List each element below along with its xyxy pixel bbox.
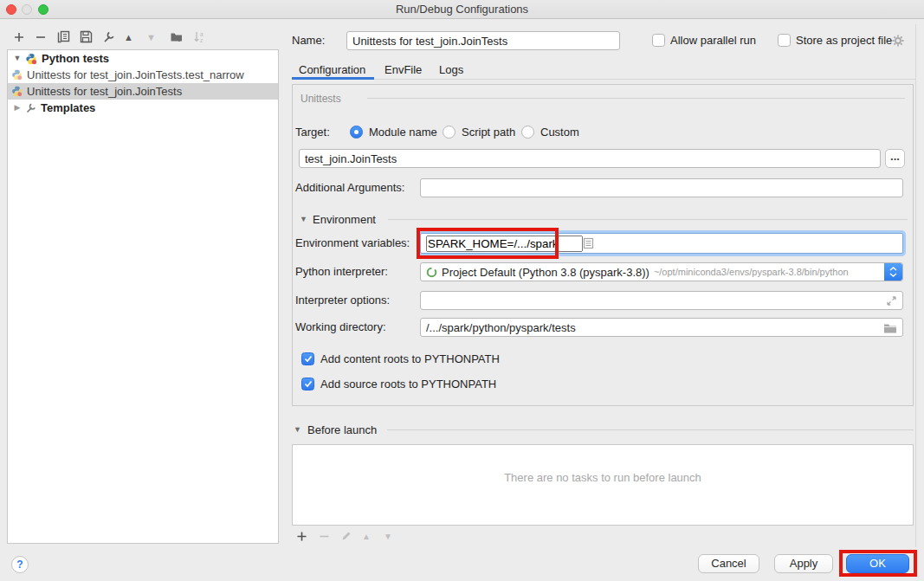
target-custom-label[interactable]: Custom [540, 123, 579, 142]
tree-item-unittests-test-narrow[interactable]: Unittests for test_join.JoinTests.test_n… [8, 67, 278, 83]
target-field[interactable] [299, 149, 881, 168]
active-tab-underline [292, 77, 374, 80]
tabs-separator [292, 79, 915, 80]
tab-logs[interactable]: Logs [439, 61, 463, 80]
environment-variables-input[interactable] [426, 236, 583, 252]
conda-env-icon [426, 267, 437, 278]
before-launch-empty-message: There are no tasks to run before launch [293, 471, 913, 484]
tree-item-unittests-jointests-selected[interactable]: Unittests for test_join.JoinTests [8, 83, 278, 100]
tree-item-templates[interactable]: ▶ Templates [8, 100, 278, 116]
remove-task-icon[interactable] [319, 531, 330, 542]
python-test-icon [11, 69, 23, 81]
environment-section-label: Environment [313, 213, 376, 227]
save-configuration-icon[interactable] [80, 30, 93, 43]
tree-item-label: Unittests for test_join.JoinTests [27, 83, 182, 100]
apply-button[interactable]: Apply [774, 554, 833, 573]
target-module-name-label[interactable]: Module name [369, 123, 437, 142]
add-content-roots-label[interactable]: Add content roots to PYTHONPATH [320, 350, 500, 369]
tab-envfile[interactable]: EnvFile [384, 61, 422, 80]
additional-arguments-label: Additional Arguments: [295, 178, 404, 197]
add-content-roots-checkbox[interactable] [301, 352, 314, 365]
unittests-title-line [367, 98, 905, 99]
move-up-icon[interactable]: ▲ [124, 32, 133, 42]
svg-text:a: a [200, 31, 204, 37]
additional-arguments-field[interactable] [420, 178, 903, 197]
environment-variables-field[interactable] [420, 233, 903, 254]
before-launch-section-label: Before launch [307, 423, 377, 437]
remove-configuration-icon[interactable] [35, 31, 47, 43]
window-title: Run/Debug Configurations [0, 3, 924, 16]
working-directory-label: Working directory: [295, 318, 386, 337]
copy-configuration-icon[interactable] [57, 30, 70, 43]
python-interpreter-value: Project Default (Python 3.8 (pyspark-3.8… [442, 266, 649, 279]
target-script-path-radio[interactable] [443, 126, 456, 139]
chevron-up-down-icon[interactable] [884, 263, 902, 281]
move-task-down-icon[interactable]: ▼ [384, 532, 392, 541]
add-source-roots-checkbox[interactable] [301, 378, 314, 391]
run-debug-configurations-dialog: Run/Debug Configurations ▲ ▼ az ▼ Python… [0, 0, 924, 581]
environment-collapse-icon[interactable]: ▼ [300, 215, 307, 223]
browse-button[interactable]: ... [885, 149, 905, 168]
move-down-icon[interactable]: ▼ [146, 32, 156, 42]
target-custom-radio[interactable] [521, 126, 534, 139]
python-tests-icon [25, 53, 37, 65]
add-source-roots-label[interactable]: Add source roots to PYTHONPATH [320, 375, 496, 394]
python-test-icon [11, 86, 23, 97]
expand-field-icon[interactable] [886, 295, 897, 307]
target-module-name-radio[interactable] [350, 126, 363, 139]
move-task-up-icon[interactable]: ▲ [362, 532, 371, 541]
python-interpreter-select[interactable]: Project Default (Python 3.8 (pyspark-3.8… [420, 262, 903, 281]
edit-task-pencil-icon[interactable] [340, 530, 352, 542]
name-field[interactable] [346, 31, 620, 50]
env-vars-list-icon[interactable] [583, 237, 594, 249]
chevron-right-icon[interactable]: ▶ [13, 100, 22, 116]
content-right-edge [915, 24, 916, 547]
interpreter-options-field[interactable] [420, 291, 903, 310]
titlebar: Run/Debug Configurations [0, 0, 924, 19]
name-label: Name: [292, 31, 325, 50]
cancel-button[interactable]: Cancel [698, 554, 759, 573]
add-task-icon[interactable] [296, 531, 307, 542]
svg-text:z: z [200, 37, 203, 43]
allow-parallel-run-label: Allow parallel run [670, 31, 756, 50]
before-launch-section-line [387, 429, 914, 430]
ok-button[interactable]: OK [846, 554, 909, 573]
configurations-tree: ▼ Python tests Unittests for test_join.J… [7, 49, 279, 544]
store-as-project-file-label: Store as project file [796, 31, 892, 50]
python-interpreter-label: Python interpreter: [295, 262, 388, 281]
tree-item-label: Unittests for test_join.JoinTests.test_n… [27, 67, 244, 83]
target-script-path-label[interactable]: Script path [462, 123, 515, 142]
allow-parallel-run-checkbox[interactable] [652, 34, 665, 47]
before-launch-task-list[interactable]: There are no tasks to run before launch [292, 444, 914, 526]
tree-item-label: Python tests [42, 50, 109, 67]
environment-section-line [388, 219, 908, 220]
folder-icon[interactable] [883, 322, 897, 333]
python-interpreter-path: ~/opt/miniconda3/envs/pyspark-3.8/bin/py… [654, 267, 849, 277]
unittests-group-title: Unittests [300, 93, 341, 105]
target-label: Target: [295, 123, 330, 142]
environment-variables-label: Environment variables: [295, 234, 410, 253]
tree-item-python-tests[interactable]: ▼ Python tests [8, 50, 278, 67]
new-folder-icon[interactable] [170, 30, 184, 43]
add-configuration-icon[interactable] [13, 31, 25, 43]
name-input[interactable] [352, 35, 614, 48]
additional-arguments-input[interactable] [426, 182, 897, 195]
target-input[interactable] [305, 152, 875, 165]
before-launch-collapse-icon[interactable]: ▼ [294, 425, 301, 434]
store-as-project-file-checkbox[interactable] [778, 34, 791, 47]
chevron-down-icon[interactable]: ▼ [13, 50, 22, 67]
tree-item-label: Templates [41, 100, 95, 116]
working-directory-input[interactable] [426, 321, 883, 334]
working-directory-field[interactable] [420, 318, 903, 337]
edit-templates-wrench-icon[interactable] [102, 30, 115, 43]
help-button[interactable]: ? [11, 556, 29, 573]
templates-wrench-icon [25, 102, 36, 113]
gear-icon[interactable] [891, 34, 905, 48]
interpreter-options-input[interactable] [426, 294, 886, 307]
interpreter-options-label: Interpreter options: [295, 291, 390, 310]
sort-alphabetically-icon[interactable]: az [193, 30, 206, 43]
